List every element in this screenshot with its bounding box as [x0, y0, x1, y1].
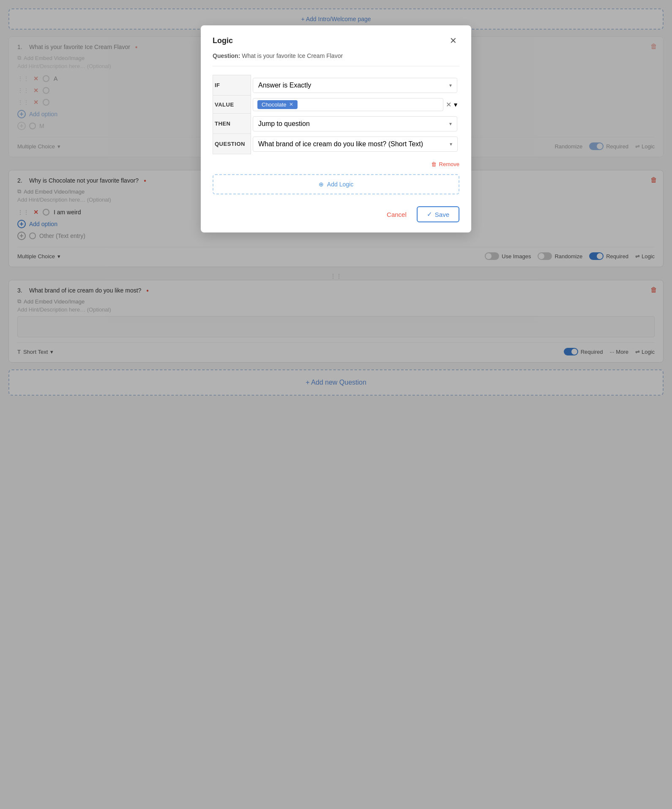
modal-overlay: Logic ✕ Question: What is your favorite …: [0, 0, 672, 809]
chip-label: Chocolate: [262, 101, 287, 108]
add-logic-label: Add Logic: [327, 181, 353, 188]
logic-label-value: VALUE: [213, 96, 251, 114]
logic-row-if: IF Answer is Exactly ▾: [213, 75, 459, 96]
logic-label-if: IF: [213, 75, 251, 96]
save-label: Save: [435, 211, 449, 218]
remove-label: Remove: [439, 161, 459, 167]
value-clear-btn[interactable]: ✕: [446, 101, 451, 109]
remove-icon: 🗑: [431, 161, 437, 167]
chip-remove[interactable]: ✕: [289, 101, 293, 107]
save-check-icon: ✓: [427, 210, 432, 218]
logic-select-cell-value: Chocolate ✕ ✕ ▾: [251, 96, 459, 114]
remove-logic-row[interactable]: 🗑 Remove: [213, 161, 459, 167]
logic-label-question: QUESTION: [213, 134, 251, 154]
then-chevron: ▾: [449, 121, 452, 127]
add-logic-button[interactable]: ⊕ Add Logic: [213, 174, 459, 194]
question-select[interactable]: What brand of ice cream do you like most…: [253, 137, 458, 152]
logic-select-cell-if: Answer is Exactly ▾: [251, 75, 459, 96]
logic-select-cell-then: Jump to question ▾: [251, 114, 459, 134]
if-select[interactable]: Answer is Exactly ▾: [253, 78, 457, 93]
modal-header: Logic ✕: [213, 36, 459, 46]
value-row-wrapper: Chocolate ✕ ✕ ▾: [253, 98, 457, 111]
logic-row-question: QUESTION What brand of ice cream do you …: [213, 134, 459, 154]
logic-row-value: VALUE Chocolate ✕ ✕ ▾: [213, 96, 459, 114]
logic-label-then: THEN: [213, 114, 251, 134]
value-chevron: ▾: [454, 101, 457, 109]
logic-table: IF Answer is Exactly ▾ VALUE: [213, 75, 459, 154]
modal-title: Logic: [213, 36, 233, 45]
logic-modal: Logic ✕ Question: What is your favorite …: [201, 25, 471, 232]
cancel-button[interactable]: Cancel: [382, 208, 412, 221]
value-cell[interactable]: Chocolate ✕: [253, 98, 443, 111]
modal-question-text: What is your favorite Ice Cream Flavor: [242, 52, 343, 59]
save-button[interactable]: ✓ Save: [417, 206, 459, 222]
modal-subtitle: Question: What is your favorite Ice Crea…: [213, 52, 459, 66]
modal-close-button[interactable]: ✕: [447, 36, 459, 46]
chip-chocolate: Chocolate ✕: [257, 100, 298, 109]
question-chevron: ▾: [450, 141, 452, 147]
modal-footer: Cancel ✓ Save: [213, 203, 459, 222]
add-logic-plus: ⊕: [319, 181, 324, 188]
then-select-value: Jump to question: [258, 120, 310, 128]
question-select-value: What brand of ice cream do you like most…: [258, 140, 423, 148]
logic-row-then: THEN Jump to question ▾: [213, 114, 459, 134]
logic-select-cell-question: What brand of ice cream do you like most…: [251, 134, 459, 154]
if-select-value: Answer is Exactly: [258, 82, 311, 89]
then-select[interactable]: Jump to question ▾: [253, 116, 457, 131]
if-chevron: ▾: [449, 82, 452, 88]
